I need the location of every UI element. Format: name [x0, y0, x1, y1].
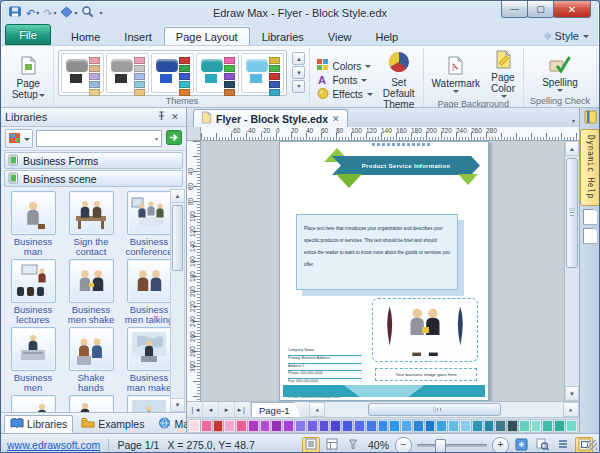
scroll-down-icon[interactable]: ▼: [171, 398, 184, 411]
style-selector[interactable]: Style: [544, 30, 589, 42]
library-shape-item[interactable]: Business men talking: [122, 259, 170, 325]
palette-color-swatch[interactable]: [330, 420, 341, 432]
set-default-theme-button[interactable]: Set Default Theme: [379, 49, 419, 111]
tab-insert[interactable]: Insert: [112, 27, 164, 45]
library-shape-thumbnail[interactable]: [11, 259, 56, 303]
fit-page-button[interactable]: [512, 437, 530, 453]
tab-file[interactable]: File: [5, 24, 51, 45]
palette-color-swatch[interactable]: [519, 420, 530, 432]
effects-button[interactable]: Effects: [314, 88, 375, 101]
palette-color-swatch[interactable]: [236, 420, 247, 432]
palette-color-swatch[interactable]: [484, 420, 495, 432]
library-shape-thumbnail[interactable]: [69, 327, 114, 371]
library-shape-thumbnail[interactable]: [11, 327, 56, 371]
palette-color-swatch[interactable]: [507, 420, 518, 432]
palette-color-swatch[interactable]: [354, 420, 365, 432]
library-shape-thumbnail[interactable]: [69, 395, 114, 412]
theme-gallery-more[interactable]: ⯆: [292, 80, 305, 93]
library-picker-button[interactable]: [5, 129, 33, 148]
palette-color-swatch[interactable]: [271, 420, 282, 432]
document-tab[interactable]: Flyer - Block Style.edx ✕: [193, 109, 348, 127]
library-shape-thumbnail[interactable]: [69, 191, 114, 235]
pin-panel-button[interactable]: [154, 111, 168, 124]
watermark-button[interactable]: A Watermark: [428, 55, 485, 94]
palette-color-swatch[interactable]: [554, 420, 565, 432]
outline-view-button[interactable]: [554, 437, 572, 453]
scroll-right-icon[interactable]: ▸: [563, 402, 579, 417]
theme-scroll-down[interactable]: ▼: [292, 66, 305, 79]
library-shape-item[interactable]: Sign the contact: [64, 191, 118, 257]
zoom-slider-thumb[interactable]: [435, 439, 446, 453]
page-color-button[interactable]: Page Color: [487, 49, 519, 99]
library-shape-thumbnail[interactable]: [127, 259, 171, 303]
zoom-out-button[interactable]: −: [395, 437, 412, 453]
canvas-vscroll-thumb[interactable]: [566, 158, 578, 268]
fonts-button[interactable]: AFonts: [314, 74, 375, 87]
zoom-slider[interactable]: [417, 444, 487, 447]
library-shape-item[interactable]: Business man: [6, 191, 60, 257]
maximize-button[interactable]: ▢: [527, 1, 554, 18]
palette-color-swatch[interactable]: [366, 420, 377, 432]
library-shape-thumbnail[interactable]: [127, 327, 171, 371]
canvas-hscroll-thumb[interactable]: [368, 403, 501, 416]
tab-page-layout[interactable]: Page Layout: [164, 27, 250, 45]
spelling-button[interactable]: Spelling: [538, 53, 582, 93]
zoom-in-button[interactable]: +: [492, 437, 509, 453]
scroll-down-icon[interactable]: ▼: [565, 386, 579, 401]
tab-home[interactable]: Home: [59, 27, 112, 45]
theme-thumbnail[interactable]: [106, 53, 149, 93]
palette-color-swatch[interactable]: [413, 420, 424, 432]
previous-page-button[interactable]: ◂: [203, 402, 219, 417]
dynamic-help-tab[interactable]: Dynamic Help: [580, 129, 600, 206]
library-shape-thumbnail[interactable]: [69, 259, 114, 303]
reading-view-button[interactable]: [344, 437, 362, 453]
library-shape-item[interactable]: [6, 395, 60, 412]
library-shape-item[interactable]: [64, 395, 118, 412]
library-shape-thumbnail[interactable]: [11, 395, 56, 412]
library-shape-item[interactable]: Shake hands: [64, 327, 118, 393]
palette-color-swatch[interactable]: [566, 420, 577, 432]
library-shape-item[interactable]: Business conference: [122, 191, 170, 257]
zoom-select-button[interactable]: [533, 437, 551, 453]
library-scrollbar-thumb[interactable]: [172, 205, 183, 271]
palette-color-swatch[interactable]: [319, 420, 330, 432]
palette-color-swatch[interactable]: [542, 420, 553, 432]
palette-color-swatch[interactable]: [283, 420, 294, 432]
page-setup-button[interactable]: Page Setup: [7, 55, 49, 101]
last-page-button[interactable]: ▸❘: [235, 402, 251, 417]
palette-color-swatch[interactable]: [201, 420, 212, 432]
palette-color-swatch[interactable]: [425, 420, 436, 432]
split-view-button[interactable]: [323, 437, 341, 453]
library-section-business-forms[interactable]: Business Forms: [4, 152, 183, 169]
palette-color-swatch[interactable]: [260, 420, 271, 432]
next-page-button[interactable]: ▸: [219, 402, 235, 417]
palette-color-swatch[interactable]: [531, 420, 542, 432]
normal-view-button[interactable]: [302, 437, 320, 453]
library-scrollbar[interactable]: ▲ ▼: [170, 189, 185, 412]
flyer-banner[interactable]: Product Service Information: [332, 156, 480, 175]
page-tab[interactable]: Page-1: [251, 402, 301, 417]
palette-color-swatch[interactable]: [495, 420, 506, 432]
theme-thumbnail[interactable]: [151, 53, 194, 93]
library-section-business-scene[interactable]: Business scene: [4, 170, 183, 187]
drawing-canvas[interactable]: Product Service Information Place text h…: [201, 141, 564, 401]
scroll-up-icon[interactable]: ▲: [171, 190, 184, 203]
theme-scroll-up[interactable]: ▲: [292, 52, 305, 65]
tab-libraries[interactable]: Libraries: [250, 27, 316, 45]
theme-thumbnail[interactable]: [61, 53, 104, 93]
library-shape-item[interactable]: Business men shake: [64, 259, 118, 325]
library-shape-item[interactable]: [122, 395, 170, 412]
flyer-image-placeholder[interactable]: [372, 298, 478, 362]
library-search-input[interactable]: [40, 132, 155, 145]
first-page-button[interactable]: ❘◂: [187, 402, 203, 417]
scroll-left-icon[interactable]: ◂: [309, 402, 325, 417]
minimize-button[interactable]: —: [501, 1, 528, 18]
close-panel-button[interactable]: ✕: [168, 111, 182, 124]
palette-color-swatch[interactable]: [460, 420, 471, 432]
tab-help[interactable]: Help: [363, 27, 410, 45]
palette-color-swatch[interactable]: [472, 420, 483, 432]
library-shape-item[interactable]: Business man make: [122, 327, 170, 393]
palette-color-swatch[interactable]: [295, 420, 306, 432]
tab-examples-bottom[interactable]: Examples: [75, 415, 150, 432]
scroll-up-icon[interactable]: ▲: [565, 141, 579, 156]
